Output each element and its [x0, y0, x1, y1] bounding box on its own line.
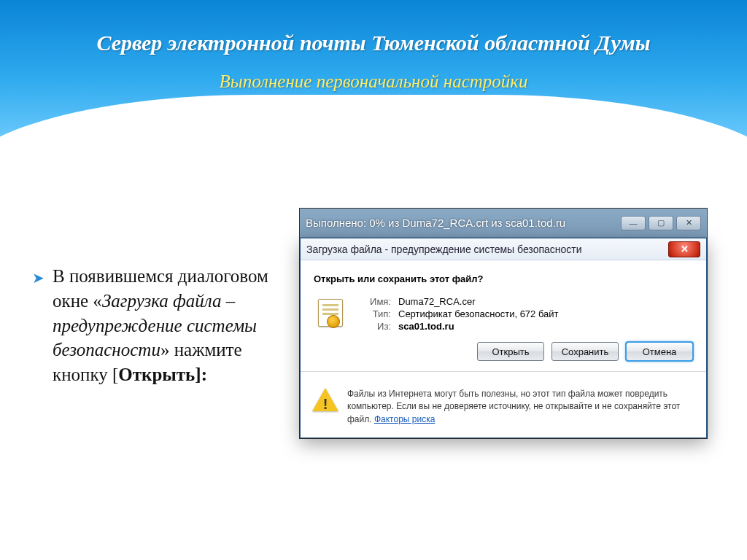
- certificate-icon: [314, 299, 347, 332]
- slide-header: Сервер электронной почты Тюменской облас…: [0, 0, 747, 190]
- dialog-question: Открыть или сохранить этот файл?: [314, 273, 693, 284]
- slide-subtitle: Выполнение первоначальной настройки: [0, 71, 747, 92]
- warning-text: Файлы из Интернета могут быть полезны, н…: [347, 388, 694, 426]
- text-segment: ]:: [195, 365, 207, 384]
- name-value: Duma72_RCA.cer: [398, 296, 476, 307]
- slide-title: Сервер электронной почты Тюменской облас…: [0, 31, 747, 55]
- bullet-arrow-icon: ➤: [32, 268, 44, 288]
- type-value: Сертификат безопасности, 672 байт: [398, 308, 559, 319]
- window-controls: — ▢ ✕: [621, 216, 701, 230]
- cancel-button[interactable]: Отмена: [626, 342, 693, 361]
- from-label: Из:: [357, 321, 391, 332]
- dialog-titlebar[interactable]: Загрузка файла - предупреждение системы …: [301, 238, 706, 260]
- parent-window-titlebar[interactable]: Выполнено: 0% из Duma72_RCA.crt из sca01…: [300, 209, 707, 238]
- warning-icon: !: [312, 388, 338, 414]
- close-dialog-button[interactable]: ✕: [668, 241, 700, 257]
- type-label: Тип:: [357, 308, 391, 319]
- file-details: Имя: Duma72_RCA.cer Тип: Сертификат безо…: [357, 295, 693, 364]
- warning-footer: ! Файлы из Интернета могут быть полезны,…: [301, 378, 706, 438]
- security-warning-dialog: Загрузка файла - предупреждение системы …: [300, 238, 707, 438]
- maximize-button[interactable]: ▢: [649, 216, 673, 230]
- minimize-button[interactable]: —: [621, 216, 646, 230]
- button-name-strong: Открыть: [118, 365, 195, 384]
- close-window-button[interactable]: ✕: [676, 216, 701, 230]
- open-button[interactable]: Открыть: [477, 342, 544, 361]
- instruction-text: ➤ В появившемся диалоговом окне «Загрузк…: [53, 264, 283, 387]
- name-label: Имя:: [357, 296, 391, 307]
- dialog-title: Загрузка файла - предупреждение системы …: [306, 244, 582, 255]
- separator: [301, 371, 706, 372]
- from-value: sca01.tod.ru: [398, 321, 454, 332]
- save-button[interactable]: Сохранить: [551, 342, 619, 361]
- dialog-composite: Выполнено: 0% из Duma72_RCA.crt из sca01…: [299, 208, 708, 439]
- risk-factors-link[interactable]: Факторы риска: [374, 414, 435, 424]
- parent-window-title: Выполнено: 0% из Duma72_RCA.crt из sca01…: [306, 217, 621, 229]
- dialog-button-row: Открыть Сохранить Отмена: [401, 342, 693, 361]
